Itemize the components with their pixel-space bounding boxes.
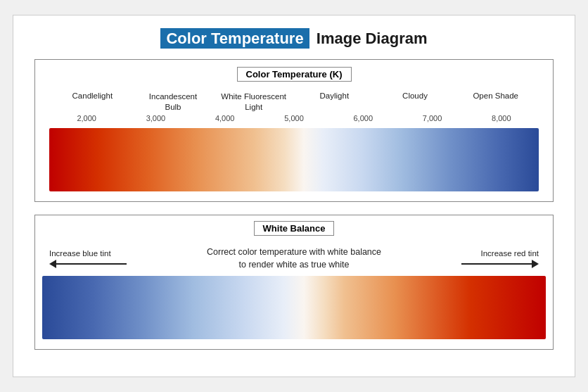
title-highlight: Color Temperature xyxy=(160,28,309,49)
num-3000: 3,000 xyxy=(121,114,190,122)
wb-left-group: Increase blue tint xyxy=(49,249,148,268)
left-arrow xyxy=(49,260,127,268)
left-arrow-body xyxy=(56,263,127,265)
wb-center-text: Correct color temperature with white bal… xyxy=(148,246,440,272)
white-balance-gradient-bar xyxy=(42,276,546,339)
num-6000: 6,000 xyxy=(328,114,397,122)
color-temp-label: Color Temperature (K) xyxy=(237,67,352,82)
label-cloudy: Cloudy xyxy=(375,91,456,113)
color-temp-section: Color Temperature (K) Candlelight Incand… xyxy=(34,59,554,202)
label-incandescent: IncandescentBulb xyxy=(133,91,214,113)
label-open-shade: Open Shade xyxy=(455,91,536,113)
main-container: Color Temperature Image Diagram Color Te… xyxy=(13,15,575,377)
right-arrow-body xyxy=(461,263,532,265)
increase-red-label: Increase red tint xyxy=(481,249,539,258)
left-arrow-head xyxy=(49,260,56,268)
white-balance-section: White Balance Increase blue tint Correct… xyxy=(34,215,554,350)
white-balance-label: White Balance xyxy=(254,221,335,236)
num-5000: 5,000 xyxy=(260,114,328,122)
num-8000: 8,000 xyxy=(467,114,536,122)
num-7000: 7,000 xyxy=(397,114,466,122)
temp-numbers-row: 2,000 3,000 4,000 5,000 6,000 7,000 8,00… xyxy=(49,114,539,122)
right-arrow xyxy=(461,260,539,268)
label-daylight: Daylight xyxy=(294,91,375,113)
wb-arrows-row: Increase blue tint Correct color tempera… xyxy=(42,246,546,272)
temp-text-labels: Candlelight IncandescentBulb White Fluor… xyxy=(49,91,539,113)
color-temp-gradient-bar xyxy=(49,128,539,191)
title-rest: Image Diagram xyxy=(312,30,428,47)
page-title: Color Temperature Image Diagram xyxy=(34,30,554,48)
wb-right-group: Increase red tint xyxy=(440,249,539,268)
label-fluorescent: White FluorescentLight xyxy=(213,91,294,113)
num-4000: 4,000 xyxy=(191,114,260,122)
right-arrow-head xyxy=(532,260,539,268)
label-candlelight: Candlelight xyxy=(52,91,133,113)
num-2000: 2,000 xyxy=(52,114,121,122)
increase-blue-label: Increase blue tint xyxy=(49,249,111,258)
